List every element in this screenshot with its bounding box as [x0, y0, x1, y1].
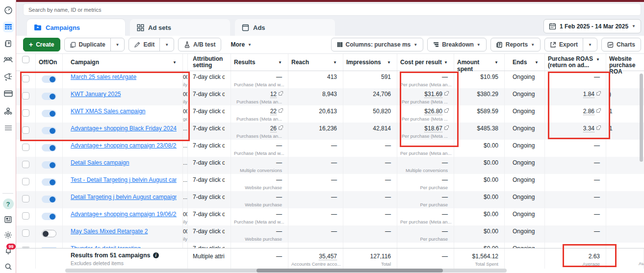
gauge-icon[interactable]	[0, 4, 16, 17]
export-button[interactable]: Export	[545, 38, 583, 51]
campaign-name-link[interactable]: Detail Sales campaign	[71, 159, 177, 166]
vertical-scrollbar-thumb[interactable]	[640, 74, 643, 162]
tab-campaigns[interactable]: Campaigns	[27, 19, 125, 36]
info-icon[interactable]: i	[153, 252, 159, 258]
duplicate-button[interactable]: Duplicate	[65, 38, 110, 51]
budget-partial: ...	[183, 159, 187, 166]
campaign-name-link[interactable]: Advantage+ shopping campaign 23/08/2024 …	[71, 142, 177, 149]
external-link-icon[interactable]	[596, 109, 600, 113]
sort-caret-icon[interactable]: ▼	[494, 60, 498, 65]
sort-caret-icon[interactable]: ▼	[173, 60, 177, 65]
select-all-checkbox[interactable]	[22, 56, 29, 63]
sort-caret-icon[interactable]: ▼	[333, 60, 337, 65]
external-link-icon[interactable]	[279, 126, 282, 130]
audiences-icon[interactable]	[0, 53, 16, 66]
campaigns-table-icon[interactable]	[0, 21, 16, 33]
ends-value: Ongoing	[513, 91, 539, 98]
external-link-icon[interactable]	[279, 109, 282, 113]
global-search-input[interactable]	[23, 3, 641, 16]
copy-pages-icon[interactable]	[0, 37, 16, 50]
billing-card-icon[interactable]	[0, 87, 16, 100]
row-checkbox[interactable]	[22, 229, 29, 237]
campaign-name-link[interactable]: KWT XMAS Sales campaign	[71, 108, 177, 115]
campaign-name-link[interactable]: May Sales Mixed Retargate 2	[71, 228, 177, 235]
actions-toolbar: + Create Duplicate ▼ Edit ▼ A/B test	[16, 36, 644, 53]
row-checkbox[interactable]	[22, 109, 29, 117]
toggle[interactable]	[42, 75, 56, 83]
export-dropdown-button[interactable]: ▼	[583, 38, 597, 51]
external-link-icon[interactable]	[596, 92, 600, 96]
ab-test-button[interactable]: A/B test	[178, 38, 221, 51]
sort-caret-icon[interactable]: ▼	[444, 60, 448, 65]
campaign-name-link[interactable]: KWT January 2025	[71, 91, 177, 98]
row-checkbox[interactable]	[22, 161, 29, 168]
toggle[interactable]	[42, 144, 56, 151]
row-checkbox[interactable]	[22, 178, 29, 185]
horizontal-scrollbar[interactable]	[65, 269, 507, 273]
row-checkbox[interactable]	[22, 126, 29, 134]
create-button[interactable]: + Create	[23, 38, 60, 51]
cost-per-result-value: $31.69	[424, 91, 442, 98]
website-roas-partial: 1	[609, 108, 638, 115]
external-link-icon[interactable]	[444, 109, 448, 113]
settings-gear-icon[interactable]	[0, 228, 16, 241]
sort-caret-icon[interactable]: ▼	[596, 57, 600, 62]
sort-caret-icon[interactable]: ▼	[387, 60, 391, 65]
row-checkbox[interactable]	[22, 247, 29, 248]
external-link-icon[interactable]	[596, 126, 600, 130]
toggle-knob	[50, 179, 55, 185]
horizontal-scrollbar-thumb[interactable]	[257, 269, 443, 273]
edit-dropdown-button[interactable]: ▼	[159, 38, 174, 51]
toggle[interactable]	[42, 93, 56, 100]
charts-button[interactable]: Charts	[601, 38, 641, 51]
summary-reach[interactable]: 35,457	[319, 253, 337, 260]
campaign-name-link[interactable]: Test - Detail Targeting j belvin August …	[71, 176, 177, 183]
notifications-bell-icon[interactable]: 99	[0, 244, 16, 257]
row-checkbox[interactable]	[22, 212, 29, 220]
toggle-knob	[50, 76, 55, 82]
toggle[interactable]	[42, 213, 56, 220]
reports-button[interactable]: Reports ▼	[490, 38, 541, 51]
toggle[interactable]	[42, 178, 56, 186]
row-checkbox[interactable]	[22, 92, 29, 99]
sort-caret-icon[interactable]: ▼	[278, 60, 282, 65]
edit-button[interactable]: Edit	[129, 38, 159, 51]
campaign-name-link[interactable]: Detail Targeting j belvin August campaig…	[71, 194, 177, 200]
toggle[interactable]	[42, 196, 56, 203]
more-button[interactable]: More ▼	[225, 38, 257, 51]
assets-tree-icon[interactable]	[0, 104, 16, 117]
external-link-icon[interactable]	[444, 92, 448, 96]
external-link-icon[interactable]	[444, 126, 448, 130]
row-checkbox[interactable]	[22, 75, 29, 82]
toggle[interactable]	[42, 110, 56, 117]
columns-button[interactable]: Columns: purchase ms ▼	[331, 38, 424, 51]
row-checkbox[interactable]	[22, 195, 29, 202]
toggle[interactable]	[42, 247, 56, 248]
search-input[interactable]	[28, 7, 610, 13]
breakdown-button[interactable]: Breakdown ▼	[427, 38, 487, 51]
campaign-name-link[interactable]: Advantage+ shopping campaign 19/06/2024 …	[71, 211, 177, 218]
campaign-name-link[interactable]: Advantage+ shopping Black Friday 2024 Ca…	[71, 125, 177, 132]
date-range-picker[interactable]: 1 Feb 2025 - 14 Mar 2025 ▼	[543, 19, 641, 33]
col-header-off-on: Off/On	[39, 59, 57, 66]
menu-lines-icon[interactable]	[0, 122, 16, 134]
campaign-name-link[interactable]: Thunder 4s detail targeting	[71, 245, 177, 248]
help-icon[interactable]: ?	[0, 197, 16, 211]
sort-caret-icon[interactable]: ▼	[535, 60, 539, 65]
tab-ad-sets[interactable]: Ad sets	[130, 19, 230, 36]
toggle[interactable]	[42, 230, 56, 237]
toggle[interactable]	[42, 127, 56, 134]
campaign-name-link[interactable]: March 25 sales retArgate	[71, 74, 177, 80]
ads-megaphone-icon[interactable]	[0, 70, 16, 83]
external-link-icon[interactable]	[279, 92, 282, 96]
row-checkbox[interactable]	[22, 144, 29, 151]
cost-per-result-value: —	[442, 176, 448, 183]
chevron-down-icon: ▼	[632, 24, 636, 28]
tab-ads[interactable]: Ads	[235, 19, 335, 36]
duplicate-dropdown-button[interactable]: ▼	[110, 38, 125, 51]
search-icon[interactable]	[0, 260, 16, 273]
budget-partial: 00	[183, 108, 187, 115]
results-sublabel: Purchase (Meta and w...	[234, 219, 282, 225]
updates-news-icon[interactable]	[0, 213, 16, 226]
toggle[interactable]	[42, 161, 56, 169]
